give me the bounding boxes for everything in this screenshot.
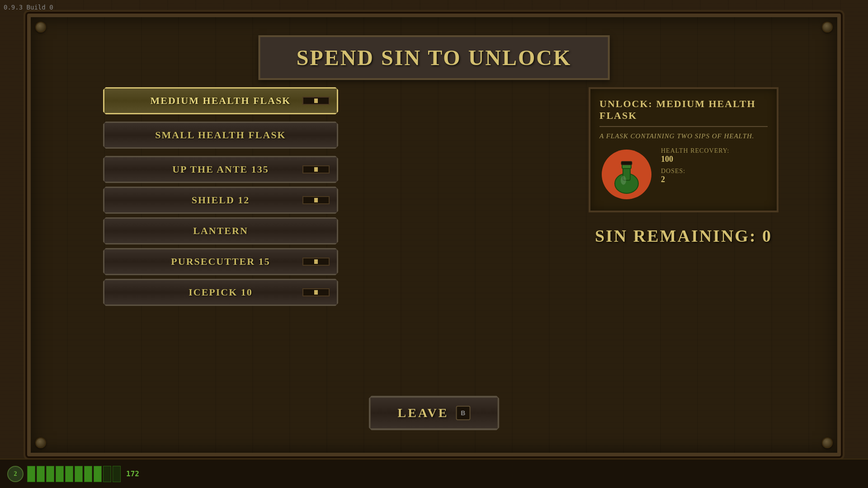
list-item[interactable]: Medium Health Flask [103,87,338,114]
version-label: 0.9.3 Build 0 [4,4,53,11]
hud-bar-8 [94,466,102,482]
nail-bottom-right [822,437,833,448]
cost-bar [302,258,330,266]
cost-bar [302,196,330,204]
sin-remaining-container: Sin Remaining: 0 [589,226,778,246]
hud-health-icon: 2 [7,466,24,482]
hud-bar-10 [113,466,121,482]
leave-label: Leave [398,406,449,420]
detail-title: Unlock: Medium Health Flask [599,98,768,127]
cost-pip [314,259,318,264]
cost-pip [314,198,318,202]
stat-health-recovery: Health Recovery: 100 [661,147,768,164]
item-list-panel: Medium Health Flask Small Health Flask U… [103,87,338,310]
sin-remaining-value: 0 [762,226,772,245]
cost-bar [302,97,330,105]
nail-bottom-left [35,437,46,448]
hud-bar-5 [65,466,73,482]
cost-pip [314,99,318,103]
list-item[interactable]: Shield 12 [103,187,338,214]
nail-top-right [822,22,833,33]
item-button-shield[interactable]: Shield 12 [103,187,338,214]
sin-remaining-label: Sin Remaining: [595,226,757,245]
stat-value: 2 [661,175,768,184]
item-button-small-health-flask[interactable]: Small Health Flask [103,122,338,149]
item-button-pursecutter[interactable]: Pursecutter 15 [103,248,338,275]
leave-button[interactable]: Leave B [369,396,500,430]
list-item[interactable]: Up the Ante 135 [103,156,338,183]
cost-bar [302,165,330,174]
list-item[interactable]: Pursecutter 15 [103,248,338,275]
hud-bar-7 [84,466,92,482]
svg-rect-4 [621,161,632,165]
cost-pip [314,167,318,172]
item-name: Up the Ante 135 [172,164,269,175]
hud-bar-6 [75,466,83,482]
bottom-hud: 2 172 [0,459,868,488]
list-item[interactable]: Icepick 10 [103,279,338,306]
item-name: Medium Health Flask [150,95,291,106]
hud-bar-9 [103,466,111,482]
item-name: Pursecutter 15 [171,256,270,267]
stat-doses: Doses: 2 [661,168,768,184]
detail-body: Health Recovery: 100 Doses: 2 [599,147,768,202]
detail-stats: Health Recovery: 100 Doses: 2 [661,147,768,188]
item-name: Lantern [193,225,248,236]
leave-key-label: B [461,409,465,417]
cost-bar [302,288,330,296]
item-icon-container [599,147,654,202]
flask-icon [611,154,642,195]
item-button-up-the-ante[interactable]: Up the Ante 135 [103,156,338,183]
hud-bar-3 [46,466,54,482]
stat-value: 100 [661,155,768,164]
sin-remaining-text: Sin Remaining: 0 [589,226,778,246]
detail-card: Unlock: Medium Health Flask A flask cont… [589,87,778,212]
item-button-lantern[interactable]: Lantern [103,217,338,244]
stat-label: Health Recovery: [661,147,768,155]
hud-bar-4 [56,466,64,482]
leave-button-container: Leave B [369,396,500,430]
list-item[interactable]: Small Health Flask [103,122,338,149]
detail-description: A flask containing two sips of health. [599,132,768,140]
item-name: Shield 12 [192,194,250,206]
hud-health-bars [27,466,121,482]
stat-label: Doses: [661,168,768,175]
main-board: Spend Sin to Unlock Medium Health Flask … [27,14,841,456]
hud-bar-2 [37,466,45,482]
svg-point-3 [621,176,626,185]
nail-top-left [35,22,46,33]
hud-bar-1 [27,466,35,482]
item-button-medium-health-flask[interactable]: Medium Health Flask [103,87,338,114]
detail-panel: Unlock: Medium Health Flask A flask cont… [589,87,778,246]
list-item[interactable]: Lantern [103,217,338,244]
leave-key-icon: B [456,406,470,420]
item-button-icepick[interactable]: Icepick 10 [103,279,338,306]
page-title: Spend Sin to Unlock [297,45,572,70]
hud-number: 172 [126,469,139,478]
item-name: Icepick 10 [189,286,253,298]
cost-pip [314,290,318,295]
title-banner: Spend Sin to Unlock [259,35,610,80]
items-container: Medium Health Flask Small Health Flask U… [103,87,338,306]
item-name: Small Health Flask [155,129,286,141]
